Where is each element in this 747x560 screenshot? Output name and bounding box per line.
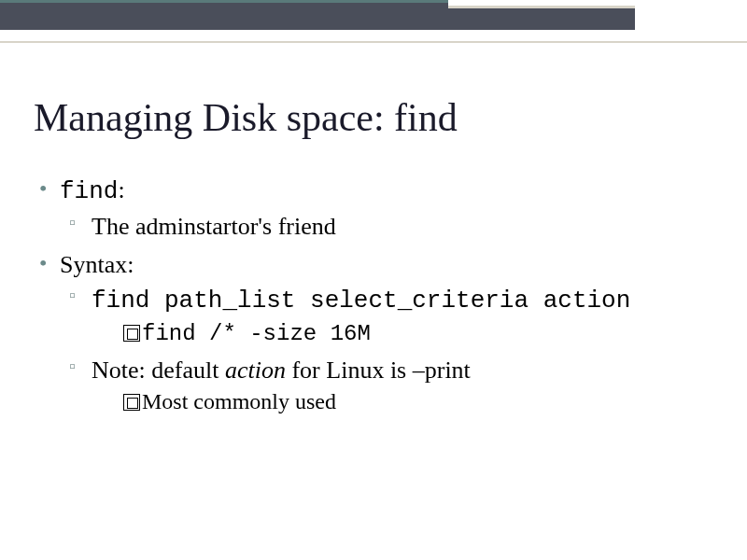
note-pre: Note: default bbox=[92, 357, 225, 384]
sub-find-syntax: find path_list select_criteria action fi… bbox=[60, 283, 719, 349]
bullet-syntax: Syntax: find path_list select_criteria a… bbox=[34, 248, 719, 416]
subsub-most-common: Most commonly used bbox=[92, 386, 719, 416]
sub-note: Note: default action for Linux is –print… bbox=[60, 354, 719, 416]
header-bar-short bbox=[448, 6, 635, 30]
sub-list-find: The adminstartor's friend bbox=[60, 210, 719, 243]
slide-content: Managing Disk space: find find: The admi… bbox=[0, 37, 747, 416]
bullet-find: find: The adminstartor's friend bbox=[34, 174, 719, 243]
sub-text: The adminstartor's friend bbox=[92, 213, 336, 240]
box-glyph-icon bbox=[123, 325, 140, 342]
note-action-emph: action bbox=[225, 357, 286, 384]
code-find-syntax: find path_list select_criteria action bbox=[92, 287, 630, 315]
bullet-list: find: The adminstartor's friend Syntax: … bbox=[34, 174, 719, 416]
sub-list-syntax: find path_list select_criteria action fi… bbox=[60, 283, 719, 416]
slide-header-decoration bbox=[0, 0, 747, 37]
code-find-example: find /* -size 16M bbox=[142, 321, 371, 346]
header-bar-light bbox=[0, 30, 747, 43]
slide-title: Managing Disk space: find bbox=[34, 95, 719, 140]
text-most-common: Most commonly used bbox=[142, 389, 336, 413]
text-syntax: Syntax: bbox=[60, 251, 134, 278]
text-colon: : bbox=[118, 176, 124, 203]
subsub-find-example: find /* -size 16M bbox=[92, 317, 719, 349]
box-glyph-icon bbox=[123, 394, 140, 411]
note-post: for Linux is –print bbox=[286, 357, 471, 384]
header-bar-dark bbox=[0, 0, 448, 30]
code-find: find bbox=[60, 177, 118, 205]
sub-admin-friend: The adminstartor's friend bbox=[60, 210, 719, 243]
